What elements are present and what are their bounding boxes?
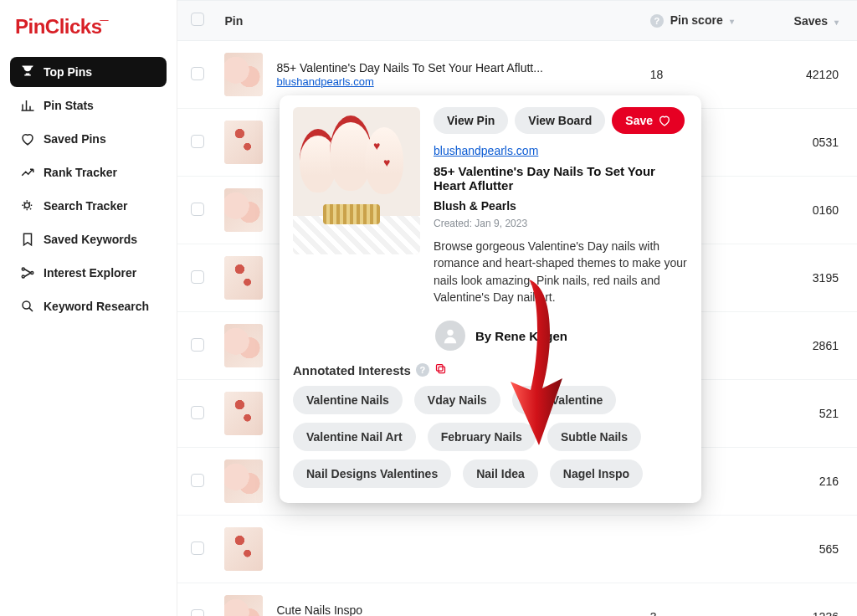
row-checkbox[interactable]: [191, 609, 204, 617]
pin-image: [293, 107, 420, 254]
pin-domain-link[interactable]: blushandpearls.com: [276, 75, 373, 88]
col-header-saves[interactable]: Saves ▾: [762, 0, 857, 41]
nav-item-saved-keywords[interactable]: Saved Keywords: [10, 224, 167, 254]
svg-point-4: [23, 301, 30, 309]
saves-cell: 0160: [762, 177, 857, 244]
interest-tag[interactable]: Nail Designs Valentines: [293, 459, 451, 488]
nav-item-interest-explorer[interactable]: Interest Explorer: [10, 258, 167, 288]
nav-item-top-pins[interactable]: Top Pins: [10, 57, 167, 87]
pin-created-date: Created: Jan 9, 2023: [434, 218, 688, 229]
col-header-pin-score[interactable]: ? Pin score ▾: [642, 0, 762, 41]
interest-tag[interactable]: Subtle Nails: [547, 423, 641, 451]
pin-title: Cute Nails Inspo: [276, 603, 362, 616]
nav-label: Keyword Research: [44, 300, 149, 313]
magnify-icon: [20, 299, 35, 314]
row-checkbox[interactable]: [191, 338, 204, 352]
pin-thumbnail: [224, 459, 263, 503]
saves-cell: 565: [762, 516, 857, 583]
pin-thumbnail: [224, 595, 263, 616]
nav-list: Top Pins Pin Stats Saved Pins Rank Track…: [10, 57, 167, 321]
annotated-interests-label: Annotated Interests: [293, 363, 411, 377]
avatar: [435, 321, 465, 351]
pin-score-cell: [642, 516, 762, 583]
brand-tick: ¯: [100, 18, 108, 36]
pin-thumbnail: [224, 188, 263, 232]
table-row[interactable]: 5652No: [177, 516, 857, 583]
nav-label: Top Pins: [44, 65, 92, 79]
svg-point-2: [22, 275, 24, 278]
table-row[interactable]: Cute Nails Inspoyoutube.com312365Ju: [177, 583, 857, 616]
bars-icon: [20, 98, 35, 113]
heart-icon: [20, 131, 35, 146]
pin-thumbnail: [224, 392, 263, 435]
nodes-icon: [20, 265, 35, 280]
pin-thumbnail: [224, 53, 263, 96]
pin-description: Browse gorgeous Valentine's Day nails wi…: [434, 238, 688, 305]
pin-domain-link[interactable]: blushandpearls.com: [434, 144, 538, 157]
nav-item-saved-pins[interactable]: Saved Pins: [10, 124, 167, 154]
nav-item-keyword-research[interactable]: Keyword Research: [10, 291, 167, 321]
save-label: Save: [625, 114, 653, 127]
nav-label: Pin Stats: [44, 99, 94, 112]
main-content: Pin ? Pin score ▾ Saves ▾ Position ▾: [177, 0, 857, 616]
search-gear-icon: [20, 198, 35, 213]
row-checkbox[interactable]: [191, 406, 204, 419]
svg-rect-6: [439, 367, 445, 373]
saves-cell: 2861: [762, 312, 857, 380]
saves-cell: 42120: [762, 41, 857, 109]
nav-label: Interest Explorer: [44, 266, 136, 280]
row-checkbox[interactable]: [191, 542, 204, 555]
nav-item-search-tracker[interactable]: Search Tracker: [10, 191, 167, 221]
pin-author-row: By Rene Kagen: [435, 321, 688, 351]
row-checkbox[interactable]: [191, 474, 204, 487]
select-all-checkbox[interactable]: [191, 13, 204, 26]
interest-tag[interactable]: Hari Valentine: [512, 386, 617, 414]
svg-point-3: [31, 272, 33, 275]
view-pin-button[interactable]: View Pin: [434, 107, 508, 134]
bookmark-icon: [20, 232, 35, 247]
pin-thumbnail: [224, 527, 263, 571]
interest-tag[interactable]: Vday Nails: [414, 386, 500, 414]
interest-tag[interactable]: Nail Idea: [463, 459, 538, 488]
chevron-down-icon: ▾: [834, 18, 839, 27]
brand-text: PinClicks: [15, 15, 102, 38]
save-button[interactable]: Save: [612, 107, 685, 134]
svg-point-0: [24, 203, 29, 208]
saves-cell: 521: [762, 380, 857, 448]
nav-item-rank-tracker[interactable]: Rank Tracker: [10, 157, 167, 187]
interest-tags: Valentine NailsVday NailsHari ValentineV…: [293, 386, 688, 488]
pin-thumbnail: [224, 324, 263, 367]
heart-icon: [658, 114, 671, 127]
pin-title: 85+ Valentine's Day Nails To Set Your He…: [276, 61, 543, 74]
nav-label: Rank Tracker: [44, 166, 117, 179]
saves-cell: 1236: [762, 583, 857, 616]
chevron-down-icon: ▾: [730, 17, 734, 26]
pin-title: 85+ Valentine's Day Nails To Set Your He…: [434, 164, 688, 192]
row-checkbox[interactable]: [191, 270, 204, 284]
interest-tag[interactable]: Valentine Nail Art: [293, 423, 416, 451]
pin-thumbnail: [224, 256, 263, 300]
saves-cell: 216: [762, 448, 857, 516]
trophy-icon: [20, 64, 35, 80]
saves-cell: 3195: [762, 244, 857, 312]
row-checkbox[interactable]: [191, 203, 204, 216]
svg-rect-7: [436, 365, 443, 372]
user-icon: [441, 326, 459, 345]
nav-label: Saved Pins: [44, 132, 106, 146]
svg-point-5: [447, 330, 453, 336]
col-header-pin[interactable]: Pin: [216, 0, 641, 41]
view-board-button[interactable]: View Board: [515, 107, 605, 134]
nav-label: Search Tracker: [44, 199, 127, 213]
nav-item-pin-stats[interactable]: Pin Stats: [10, 90, 167, 121]
saves-cell: 0531: [762, 109, 857, 177]
help-icon: ?: [416, 363, 429, 377]
interest-tag[interactable]: Nagel Inspo: [550, 459, 643, 488]
row-checkbox[interactable]: [191, 135, 204, 148]
interest-tag[interactable]: Valentine Nails: [293, 386, 403, 414]
row-checkbox[interactable]: [191, 67, 204, 80]
pin-thumbnail: [224, 121, 263, 164]
interest-tag[interactable]: February Nails: [428, 423, 536, 451]
copy-icon[interactable]: [434, 362, 447, 377]
pin-subtitle: Blush & Pearls: [434, 199, 688, 213]
help-icon: ?: [650, 14, 664, 28]
